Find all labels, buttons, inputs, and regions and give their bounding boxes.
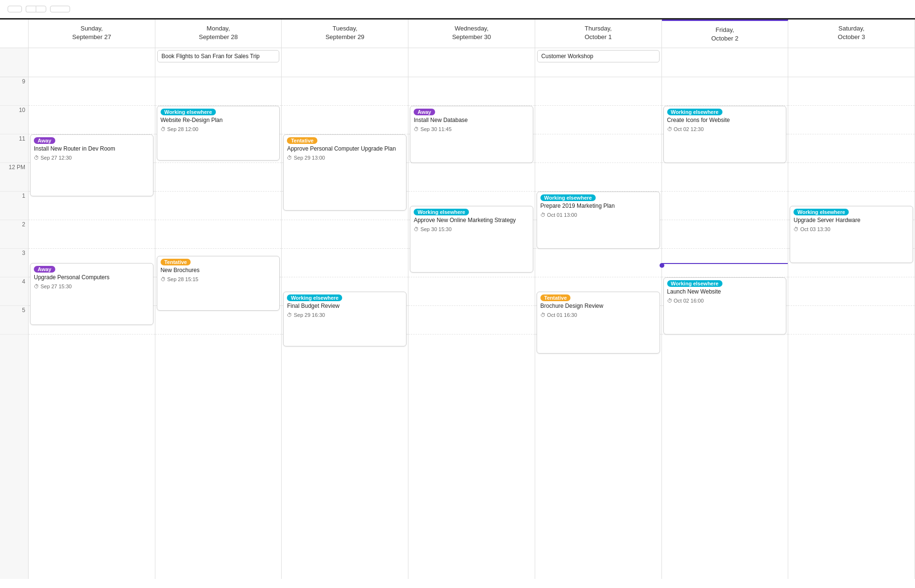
event-card-10[interactable]: Working elsewhereCreate Icons for Websit… [663, 106, 787, 163]
allday-cell-wed[interactable] [408, 48, 535, 77]
allday-label [0, 48, 29, 77]
hour-slot[interactable] [788, 106, 915, 134]
event-time: ⏱Sep 30 11:45 [414, 126, 529, 132]
current-time-line [662, 263, 788, 264]
hour-slot[interactable] [662, 163, 788, 192]
day-col-wed[interactable]: AwayInstall New Database⏱Sep 30 11:45Wor… [408, 77, 535, 579]
prev-button[interactable] [26, 6, 36, 12]
col-header-sun: Sunday, September 27 [29, 20, 155, 48]
time-label: 1 [0, 192, 28, 220]
hour-slot[interactable] [408, 163, 535, 192]
allday-event-flights[interactable]: Book Flights to San Fran for Sales Trip [157, 50, 280, 62]
hour-slot[interactable] [155, 220, 282, 249]
event-title: Website Re-Design Plan [161, 117, 276, 124]
event-badge: Tentative [161, 259, 191, 265]
event-card-3[interactable]: TentativeNew Brochures⏱Sep 28 15:15 [157, 256, 280, 311]
event-card-1[interactable]: AwayUpgrade Personal Computers⏱Sep 27 15… [30, 263, 153, 325]
event-badge: Working elsewhere [287, 294, 342, 301]
event-badge: Away [34, 137, 55, 144]
hour-slot[interactable] [282, 77, 408, 106]
event-badge: Away [414, 109, 435, 115]
time-column: 9101112 PM12345 [0, 77, 29, 579]
hour-slot[interactable] [282, 249, 408, 277]
hour-slot[interactable] [408, 277, 535, 306]
allday-cell-mon[interactable]: Book Flights to San Fran for Sales Trip [155, 48, 282, 77]
hour-slot[interactable] [535, 163, 661, 192]
time-label: 2 [0, 220, 28, 249]
header-spacer [0, 20, 29, 48]
hour-slot[interactable] [408, 77, 535, 106]
day-col-mon[interactable]: Working elsewhereWebsite Re-Design Plan⏱… [155, 77, 282, 579]
hour-slot[interactable] [788, 77, 915, 106]
col-header-thu: Thursday, October 1 [535, 20, 662, 48]
allday-cell-tue[interactable] [282, 48, 408, 77]
hour-slot[interactable] [662, 220, 788, 249]
hour-slot[interactable] [408, 306, 535, 335]
allday-cell-sun[interactable] [29, 48, 155, 77]
time-label: 9 [0, 77, 28, 106]
day-col-sun[interactable]: AwayInstall New Router in Dev Room⏱Sep 2… [29, 77, 155, 579]
event-card-7[interactable]: Working elsewhereApprove New Online Mark… [410, 206, 533, 273]
event-card-2[interactable]: Working elsewhereWebsite Re-Design Plan⏱… [157, 106, 280, 161]
time-label: 5 [0, 306, 28, 335]
event-card-11[interactable]: Working elsewhereLaunch New Website⏱Oct … [663, 277, 787, 335]
hour-slot[interactable] [788, 277, 915, 306]
hour-slot[interactable] [535, 134, 661, 163]
date-range-button[interactable] [50, 6, 70, 12]
hour-slot[interactable] [535, 249, 661, 277]
event-title: Upgrade Server Hardware [793, 217, 909, 224]
event-badge: Tentative [287, 137, 317, 144]
col-header-wed: Wednesday, September 30 [408, 20, 535, 48]
hour-slot[interactable] [788, 163, 915, 192]
event-time: ⏱Sep 29 16:30 [287, 312, 403, 318]
day-col-sat[interactable]: Working elsewhereUpgrade Server Hardware… [788, 77, 915, 579]
event-badge: Away [34, 266, 55, 273]
event-title: Install New Database [414, 117, 529, 124]
day-col-tue[interactable]: TentativeApprove Personal Computer Upgra… [282, 77, 408, 579]
hour-slot[interactable] [788, 306, 915, 335]
col-header-sat: Saturday, October 3 [788, 20, 915, 48]
hour-slot[interactable] [29, 220, 155, 249]
allday-cell-fri[interactable] [662, 48, 789, 77]
next-button[interactable] [36, 6, 46, 12]
hour-slot[interactable] [282, 220, 408, 249]
hour-slot[interactable] [155, 192, 282, 220]
event-card-0[interactable]: AwayInstall New Router in Dev Room⏱Sep 2… [30, 134, 153, 196]
hour-slot[interactable] [155, 163, 282, 192]
col-header-tue: Tuesday, September 29 [282, 20, 408, 48]
toolbar [0, 0, 915, 20]
hour-slot[interactable] [788, 134, 915, 163]
event-card-12[interactable]: Working elsewhereUpgrade Server Hardware… [790, 206, 913, 263]
hour-slot[interactable] [29, 106, 155, 134]
event-time: ⏱Sep 28 12:00 [161, 126, 276, 132]
event-title: Install New Router in Dev Room [34, 145, 150, 153]
event-badge: Tentative [540, 294, 570, 301]
event-time: ⏱Oct 03 13:30 [793, 226, 909, 232]
today-button[interactable] [8, 6, 22, 12]
event-card-5[interactable]: Working elsewhereFinal Budget Review⏱Sep… [283, 292, 407, 346]
event-card-6[interactable]: AwayInstall New Database⏱Sep 30 11:45 [410, 106, 533, 163]
hour-slot[interactable] [29, 77, 155, 106]
day-col-thu[interactable]: Working elsewherePrepare 2019 Marketing … [535, 77, 662, 579]
event-title: Prepare 2019 Marketing Plan [540, 203, 656, 210]
event-card-8[interactable]: Working elsewherePrepare 2019 Marketing … [537, 192, 660, 249]
event-badge: Working elsewhere [667, 109, 722, 115]
allday-event-workshop[interactable]: Customer Workshop [537, 50, 660, 62]
hour-slot[interactable] [535, 77, 661, 106]
calendar: Sunday, September 27 Monday, September 2… [0, 20, 915, 579]
event-time: ⏱Sep 27 12:30 [34, 155, 150, 161]
time-label: 4 [0, 277, 28, 306]
hour-slot[interactable] [535, 106, 661, 134]
hour-slot[interactable] [662, 192, 788, 220]
event-time: ⏱Oct 01 13:00 [540, 212, 656, 218]
event-title: Launch New Website [667, 288, 783, 296]
event-card-4[interactable]: TentativeApprove Personal Computer Upgra… [283, 134, 407, 211]
hour-slot[interactable] [155, 77, 282, 106]
allday-cell-thu[interactable]: Customer Workshop [535, 48, 662, 77]
time-label: 3 [0, 249, 28, 277]
day-col-fri[interactable]: Working elsewhereCreate Icons for Websit… [662, 77, 789, 579]
allday-cell-sat[interactable] [788, 48, 915, 77]
hour-slot[interactable] [662, 77, 788, 106]
event-card-9[interactable]: TentativeBrochure Design Review⏱Oct 01 1… [537, 292, 660, 354]
hour-slot[interactable] [282, 106, 408, 134]
